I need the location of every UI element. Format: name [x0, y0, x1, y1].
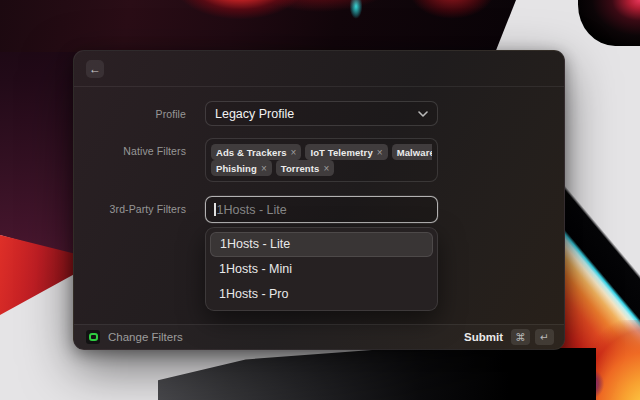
change-filters-dialog: ← Profile Legacy Profile Native Filters … [73, 50, 565, 350]
native-filters-label: Native Filters [74, 145, 186, 157]
chevron-down-icon [418, 111, 428, 117]
remove-tag-icon[interactable]: × [291, 147, 297, 158]
back-button[interactable]: ← [86, 60, 104, 78]
tag-torrents[interactable]: Torrents × [276, 160, 334, 176]
tag-phishing[interactable]: Phishing × [211, 160, 272, 176]
tag-malware[interactable]: Malware × [392, 144, 432, 160]
remove-tag-icon[interactable]: × [323, 163, 329, 174]
dialog-header: ← [74, 51, 564, 87]
extension-logo-glyph [89, 333, 98, 341]
third-party-filters-input[interactable]: 1Hosts - Lite [205, 196, 438, 223]
native-filters-tags-box: Ads & Trackers × IoT Telemetry × Malware… [205, 138, 438, 182]
extension-icon [86, 330, 100, 344]
submit-button[interactable]: Submit ⌘ ↵ [464, 329, 554, 345]
wallpaper-bottom-wedges [158, 348, 596, 400]
remove-tag-icon[interactable]: × [261, 163, 267, 174]
dropdown-option-pro[interactable]: 1Hosts - Pro [210, 282, 433, 307]
profile-select[interactable]: Legacy Profile [205, 101, 438, 126]
dropdown-option-lite[interactable]: 1Hosts - Lite [210, 232, 433, 257]
wallpaper-top-swirl [0, 0, 516, 52]
enter-key-icon: ↵ [535, 329, 554, 345]
tag-iot-telemetry[interactable]: IoT Telemetry × [305, 144, 387, 160]
tags-row-2: Phishing × Torrents × [211, 160, 432, 176]
text-cursor [214, 203, 216, 216]
back-arrow-icon: ← [89, 62, 101, 76]
profile-select-value: Legacy Profile [215, 107, 418, 121]
dialog-footer: Change Filters Submit ⌘ ↵ [74, 324, 564, 349]
input-autocomplete-text: 1Hosts - Lite [217, 203, 287, 217]
dropdown-option-mini[interactable]: 1Hosts - Mini [210, 257, 433, 282]
tags-row-1: Ads & Trackers × IoT Telemetry × Malware… [211, 144, 432, 160]
tag-ads-trackers[interactable]: Ads & Trackers × [211, 144, 301, 160]
filters-dropdown: 1Hosts - Lite 1Hosts - Mini 1Hosts - Pro [205, 227, 438, 311]
profile-label: Profile [74, 108, 186, 120]
extension-action-label: Change Filters [108, 331, 464, 343]
screen: ← Profile Legacy Profile Native Filters … [0, 0, 640, 400]
remove-tag-icon[interactable]: × [377, 147, 383, 158]
cmd-key-icon: ⌘ [511, 329, 530, 345]
third-party-filters-label: 3rd-Party Filters [74, 203, 186, 215]
